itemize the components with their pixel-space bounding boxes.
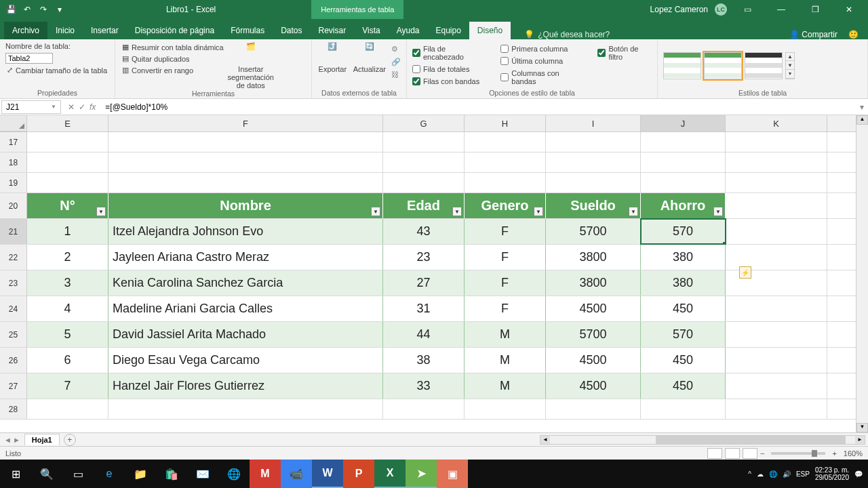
table-name-input[interactable] xyxy=(5,53,53,64)
banded-columns-checkbox[interactable]: Columnas con bandas xyxy=(500,69,581,85)
last-column-checkbox[interactable]: Última columna xyxy=(500,57,581,65)
table-cell[interactable]: Hanzel Jair Flores Gutierrez xyxy=(108,373,383,399)
undo-icon[interactable]: ↶ xyxy=(22,4,33,15)
scroll-down-icon[interactable]: ▼ xyxy=(856,423,868,432)
table-cell[interactable]: 33 xyxy=(383,373,465,399)
tab-inicio[interactable]: Inicio xyxy=(47,22,83,39)
zoom-slider[interactable] xyxy=(771,452,825,455)
table-cell[interactable]: 38 xyxy=(383,348,465,373)
table-cell[interactable]: F xyxy=(465,296,546,321)
spreadsheet-grid[interactable]: EFGHIJK 17181920N°▼Nombre▼Edad▼Genero▼Su… xyxy=(0,115,868,432)
cell[interactable] xyxy=(383,132,465,152)
table-cell[interactable]: 4500 xyxy=(546,348,641,373)
table-cell[interactable]: 31 xyxy=(383,296,465,321)
table-cell[interactable]: F xyxy=(465,245,546,270)
open-browser-icon[interactable]: 🔗 xyxy=(391,58,401,66)
table-cell[interactable]: 3800 xyxy=(546,270,641,296)
new-sheet-button[interactable]: + xyxy=(64,434,76,446)
task-view-button[interactable]: ▭ xyxy=(62,460,94,488)
share-button[interactable]: 👤 Compartir xyxy=(789,30,837,39)
tell-me-search[interactable]: 💡 ¿Qué desea hacer? xyxy=(524,30,610,39)
row-header[interactable]: 21 xyxy=(0,219,27,244)
cell[interactable] xyxy=(465,399,546,419)
autofill-options-icon[interactable]: ⚡ xyxy=(739,266,751,279)
name-box[interactable]: J21▼ xyxy=(1,100,61,114)
redo-icon[interactable]: ↷ xyxy=(38,4,49,15)
cell[interactable] xyxy=(641,132,726,152)
table-cell[interactable]: 380 xyxy=(641,245,726,270)
row-header[interactable]: 24 xyxy=(0,296,27,321)
tab-file[interactable]: Archivo xyxy=(4,22,47,39)
table-style-3[interactable] xyxy=(745,52,783,79)
page-break-view-button[interactable] xyxy=(743,448,757,459)
table-header-cell[interactable]: Nombre▼ xyxy=(108,193,383,218)
column-header-K[interactable]: K xyxy=(726,115,827,131)
user-name[interactable]: Lopez Cameron xyxy=(650,5,708,14)
tab-equipo[interactable]: Equipo xyxy=(427,22,469,39)
resize-table-button[interactable]: ⤢Cambiar tamaño de la tabla xyxy=(5,65,109,75)
row-header[interactable]: 20 xyxy=(0,193,27,218)
table-cell[interactable]: 5 xyxy=(27,322,108,347)
start-button[interactable]: ⊞ xyxy=(0,460,31,488)
page-layout-view-button[interactable] xyxy=(725,448,740,459)
zoom-in-button[interactable]: + xyxy=(832,449,836,458)
row-header[interactable]: 28 xyxy=(0,399,27,419)
tab-insertar[interactable]: Insertar xyxy=(83,22,127,39)
table-styles-gallery[interactable]: ▲ ▼ ▾ xyxy=(663,52,795,79)
cell[interactable] xyxy=(383,152,465,172)
tray-network-icon[interactable]: 🌐 xyxy=(769,470,777,478)
table-header-cell[interactable]: Sueldo▼ xyxy=(546,193,641,218)
column-header-E[interactable]: E xyxy=(27,115,108,131)
summarize-pivot-button[interactable]: ▦Resumir con tabla dinámica xyxy=(121,42,225,52)
table-header-cell[interactable] xyxy=(726,193,827,218)
table-cell[interactable]: 1 xyxy=(27,219,108,244)
table-cell[interactable]: Kenia Carolina Sanchez Garcia xyxy=(108,270,383,296)
sheet-tab-hoja1[interactable]: Hoja1 xyxy=(24,434,60,445)
row-header[interactable]: 22 xyxy=(0,245,27,270)
cell[interactable] xyxy=(726,399,827,419)
tray-cloud-icon[interactable]: ☁ xyxy=(757,470,764,478)
fx-icon[interactable]: fx xyxy=(90,102,96,112)
enter-formula-icon[interactable]: ✓ xyxy=(79,102,85,112)
sheet-nav-prev-icon[interactable]: ◄ xyxy=(4,436,12,444)
taskbar-edge-icon[interactable]: e xyxy=(94,460,125,488)
cell[interactable] xyxy=(641,399,726,419)
taskbar-powerpoint-icon[interactable]: P xyxy=(343,460,374,488)
insert-slicer-button[interactable]: 🗂️ Insertar segmentación de datos xyxy=(231,42,271,89)
total-row-checkbox[interactable]: Fila de totales xyxy=(412,65,484,73)
taskbar-gmail-icon[interactable]: M xyxy=(250,460,281,488)
table-cell[interactable]: 4 xyxy=(27,296,108,321)
tray-language[interactable]: ESP xyxy=(796,470,810,478)
column-header-G[interactable]: G xyxy=(383,115,465,131)
taskbar-camtasia-icon[interactable]: ➤ xyxy=(406,460,437,488)
cell[interactable] xyxy=(726,132,827,152)
table-cell[interactable]: 4500 xyxy=(546,296,641,321)
scroll-right-icon[interactable]: ► xyxy=(855,436,865,444)
taskbar-app-icon[interactable]: ▣ xyxy=(437,460,468,488)
row-header[interactable]: 19 xyxy=(0,173,27,192)
table-cell[interactable]: F xyxy=(465,219,546,244)
first-column-checkbox[interactable]: Primera columna xyxy=(500,45,581,53)
table-cell[interactable]: Itzel Alejandra Johnson Evo xyxy=(108,219,383,244)
filter-dropdown-icon[interactable]: ▼ xyxy=(96,207,106,216)
cancel-formula-icon[interactable]: ✕ xyxy=(68,102,75,112)
cell[interactable] xyxy=(546,132,641,152)
cell[interactable] xyxy=(641,173,726,192)
table-cell[interactable]: 4500 xyxy=(546,373,641,399)
cell[interactable] xyxy=(383,399,465,419)
cell[interactable] xyxy=(546,173,641,192)
cell[interactable] xyxy=(383,173,465,192)
column-header-I[interactable]: I xyxy=(546,115,641,131)
gallery-more-icon[interactable]: ▾ xyxy=(786,70,794,79)
scroll-left-icon[interactable]: ◄ xyxy=(540,436,550,444)
table-cell[interactable]: 450 xyxy=(641,373,726,399)
search-button[interactable]: 🔍 xyxy=(31,460,62,488)
table-cell[interactable]: 5700 xyxy=(546,219,641,244)
cell[interactable] xyxy=(546,152,641,172)
table-cell[interactable] xyxy=(726,219,827,244)
taskbar-word-icon[interactable]: W xyxy=(312,460,343,488)
feedback-icon[interactable]: 🙂 xyxy=(848,30,859,39)
taskbar-chrome-icon[interactable]: 🌐 xyxy=(218,460,250,488)
table-cell[interactable]: 380 xyxy=(641,270,726,296)
row-header[interactable]: 23 xyxy=(0,270,27,296)
